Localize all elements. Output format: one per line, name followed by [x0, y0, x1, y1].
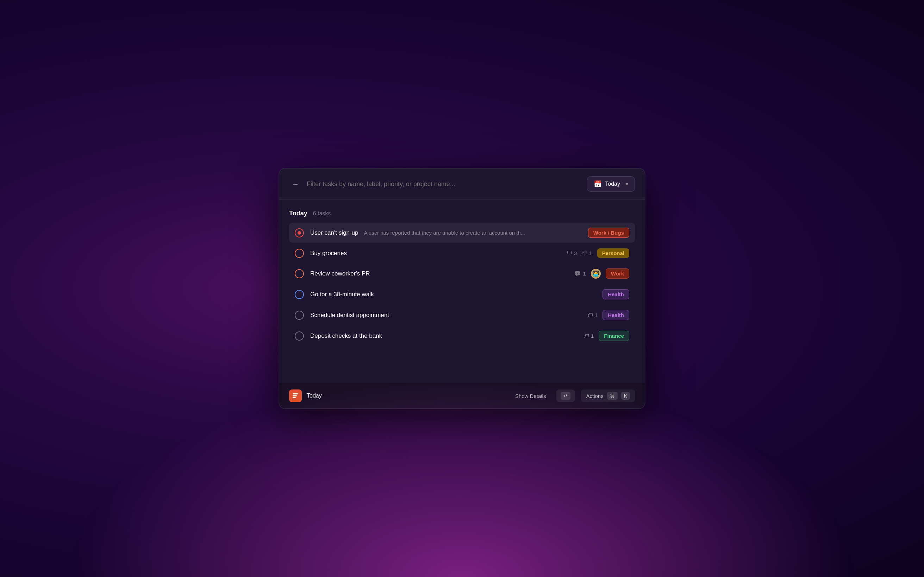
- avatar: 🧑‍💻: [591, 269, 601, 279]
- task-list: User can't sign-up A user has reported t…: [289, 223, 635, 346]
- search-input-wrapper: [307, 181, 582, 188]
- tag-count: 🏷 1: [587, 312, 598, 318]
- chevron-down-icon: ▾: [626, 181, 628, 187]
- enter-shortcut: ↵: [556, 390, 575, 402]
- label-badge: Work / Bugs: [588, 228, 629, 238]
- enter-key: ↵: [561, 392, 570, 400]
- comment-count: 💬 1: [574, 270, 586, 277]
- actions-label: Actions: [586, 393, 603, 399]
- task-checkbox[interactable]: [295, 311, 304, 320]
- section-header: Today 6 tasks: [289, 210, 635, 217]
- comment-icon: 🗨: [567, 250, 572, 256]
- back-button[interactable]: ←: [289, 178, 302, 190]
- search-bar: ← 📅 Today ▾: [279, 169, 645, 200]
- search-input[interactable]: [307, 181, 582, 188]
- date-filter-button[interactable]: 📅 Today ▾: [587, 176, 635, 192]
- task-meta: 💬 1 🧑‍💻 Work: [574, 268, 629, 279]
- label-badge: Finance: [599, 331, 629, 341]
- task-name: Review coworker's PR: [310, 270, 370, 277]
- task-checkbox[interactable]: [295, 269, 304, 278]
- table-row[interactable]: Review coworker's PR 💬 1 🧑‍💻 Work: [289, 264, 635, 284]
- svg-rect-0: [292, 393, 298, 395]
- section-count: 6 tasks: [313, 210, 331, 217]
- task-meta: Work / Bugs: [588, 228, 629, 238]
- tag-icon: 🏷: [587, 312, 593, 318]
- label-badge: Personal: [597, 248, 629, 258]
- app-logo: [289, 390, 302, 402]
- task-name: Deposit checks at the bank: [310, 332, 382, 340]
- app-window: ← 📅 Today ▾ Today 6 tasks User can't sig…: [279, 168, 645, 409]
- label-badge: Work: [606, 268, 629, 279]
- comment-count: 🗨 3: [567, 250, 577, 256]
- task-checkbox[interactable]: [295, 290, 304, 299]
- task-checkbox[interactable]: [295, 331, 304, 340]
- table-row[interactable]: Buy groceries 🗨 3 🏷 1 Personal: [289, 243, 635, 263]
- tag-icon: 🏷: [582, 250, 587, 256]
- table-row[interactable]: User can't sign-up A user has reported t…: [289, 223, 635, 243]
- section-title: Today: [289, 210, 307, 217]
- task-name: Schedule dentist appointment: [310, 312, 389, 319]
- label-badge: Health: [603, 310, 629, 320]
- tag-count: 🏷 1: [582, 250, 592, 256]
- comment-icon: 💬: [574, 270, 581, 277]
- task-list-content: Today 6 tasks User can't sign-up A user …: [279, 200, 645, 383]
- table-row[interactable]: Schedule dentist appointment 🏷 1 Health: [289, 305, 635, 325]
- footer: Today Show Details ↵ Actions ⌘ K: [279, 383, 645, 408]
- footer-title: Today: [307, 393, 322, 399]
- calendar-icon: 📅: [594, 180, 601, 188]
- cmd-key: ⌘: [607, 392, 618, 400]
- label-badge: Health: [603, 289, 629, 300]
- svg-rect-1: [292, 395, 297, 396]
- footer-right: Show Details ↵ Actions ⌘ K: [511, 390, 635, 402]
- show-details-button[interactable]: Show Details: [511, 390, 550, 401]
- tag-count: 🏷 1: [583, 333, 594, 339]
- table-row[interactable]: Deposit checks at the bank 🏷 1 Finance: [289, 326, 635, 346]
- task-meta: Health: [603, 289, 629, 300]
- task-checkbox[interactable]: [295, 249, 304, 258]
- task-name: User can't sign-up: [310, 229, 358, 237]
- task-name: Buy groceries: [310, 250, 347, 257]
- svg-rect-2: [292, 397, 296, 398]
- date-filter-label: Today: [605, 181, 620, 187]
- actions-button[interactable]: Actions ⌘ K: [581, 390, 635, 402]
- task-checkbox[interactable]: [295, 228, 304, 237]
- task-description: A user has reported that they are unable…: [364, 230, 525, 236]
- k-key: K: [621, 392, 630, 400]
- task-meta: 🏷 1 Health: [587, 310, 629, 320]
- task-meta: 🗨 3 🏷 1 Personal: [567, 248, 629, 258]
- task-name: Go for a 30-minute walk: [310, 291, 374, 298]
- tag-icon: 🏷: [583, 333, 589, 339]
- task-meta: 🏷 1 Finance: [583, 331, 629, 341]
- table-row[interactable]: Go for a 30-minute walk Health: [289, 284, 635, 304]
